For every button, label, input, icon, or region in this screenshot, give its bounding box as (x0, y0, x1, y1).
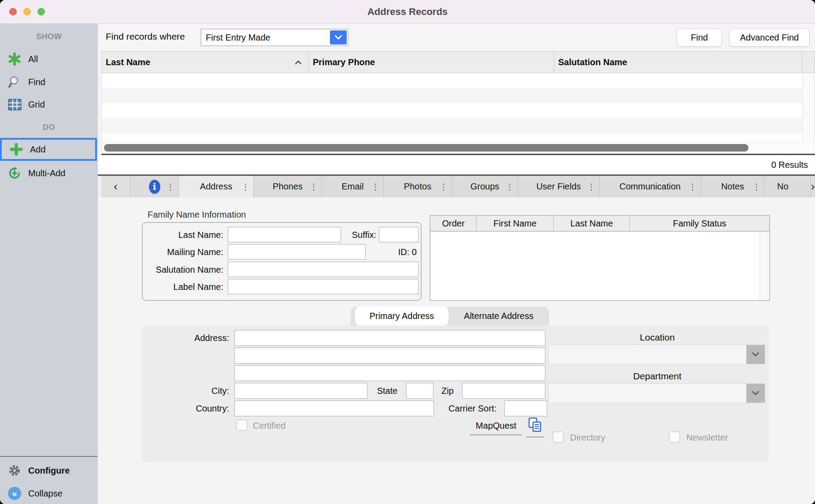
salutation-name-input[interactable] (228, 262, 419, 277)
tab-notes[interactable]: Notes ⋮ (701, 176, 765, 197)
sidebar-divider (0, 456, 98, 457)
tab-overflow-icon[interactable]: ⋮ (506, 182, 514, 192)
dropdown-arrow-button[interactable] (330, 30, 347, 44)
column-header-primary-phone[interactable]: Primary Phone (309, 52, 554, 73)
state-label: State (372, 386, 403, 396)
results-count: 0 Results (771, 160, 808, 170)
family-group-box: Last Name: Suffix: Mailing Name: ID: 0 S… (142, 222, 422, 301)
tab-user-fields[interactable]: User Fields ⋮ (518, 176, 600, 197)
carrier-sort-input[interactable] (504, 400, 547, 416)
directory-label: Directory (570, 433, 605, 443)
sidebar-item-all[interactable]: All (0, 49, 98, 69)
info-icon: i (149, 180, 160, 194)
chevron-right-icon: › (811, 180, 815, 193)
certified-checkbox[interactable] (236, 419, 248, 431)
sidebar-item-label: All (28, 54, 38, 64)
tab-address[interactable]: Address ⋮ (179, 176, 254, 197)
plus-icon (9, 143, 24, 156)
department-dropdown[interactable] (548, 383, 765, 403)
address-line1-input[interactable] (234, 330, 545, 346)
empty-row (102, 73, 802, 88)
tab-overflow-icon[interactable]: ⋮ (587, 182, 595, 192)
tab-no-clipped[interactable]: No (765, 176, 811, 197)
titlebar: Address Records (0, 0, 815, 24)
mapquest-button[interactable]: MapQuest (470, 421, 522, 435)
empty-row (102, 118, 802, 133)
find-field-dropdown[interactable]: First Entry Made (200, 29, 348, 46)
address-tab-panel: Family Name Information Last Name: Suffi… (98, 197, 815, 504)
vertical-scrollbar-track[interactable] (802, 73, 815, 141)
primary-address-tab[interactable]: Primary Address (355, 307, 448, 326)
sort-ascending-icon (294, 60, 302, 65)
state-input[interactable] (406, 383, 433, 399)
horizontal-scrollbar-thumb[interactable] (104, 144, 748, 152)
find-bar: Find records where First Entry Made Find… (98, 24, 815, 51)
gear-icon (7, 464, 22, 477)
tab-communication[interactable]: Communication ⋮ (600, 176, 701, 197)
column-header-salutation-name[interactable]: Salutation Name (554, 52, 802, 73)
tab-overflow-icon[interactable]: ⋮ (440, 182, 448, 192)
city-label: City: (142, 386, 229, 396)
tab-phones[interactable]: Phones ⋮ (254, 176, 322, 197)
location-dropdown[interactable] (548, 345, 765, 364)
horizontal-scrollbar-track[interactable] (101, 141, 815, 154)
family-table-scrollbar-track[interactable] (759, 232, 769, 300)
country-label: Country: (142, 404, 229, 414)
copy-address-button[interactable] (526, 417, 545, 437)
suffix-input[interactable] (379, 227, 419, 242)
address-line2-input[interactable] (234, 348, 545, 363)
alternate-address-tab[interactable]: Alternate Address (448, 307, 549, 326)
results-list-body (101, 73, 815, 141)
family-group-title: Family Name Information (148, 210, 246, 220)
tab-photos[interactable]: Photos ⋮ (384, 176, 452, 197)
tab-scroll-left-button[interactable]: ‹ (101, 176, 130, 197)
tab-info[interactable]: i ⋮ (130, 176, 179, 197)
sidebar-item-collapse[interactable]: « Collapse (0, 484, 98, 503)
tab-overflow-icon[interactable]: ⋮ (752, 182, 760, 192)
advanced-find-button[interactable]: Advanced Find (729, 28, 810, 47)
column-header-last-name[interactable]: Last Name (102, 52, 309, 73)
sidebar-item-multi-add[interactable]: Multi-Add (0, 163, 98, 183)
directory-checkbox[interactable] (552, 431, 564, 443)
sidebar-item-configure[interactable]: Configure (0, 461, 98, 480)
primary-address-panel: Address: City: State Zip Country: Carrie… (142, 326, 769, 462)
suffix-label: Suffix: (337, 230, 376, 240)
last-name-label: Last Name: (143, 230, 223, 240)
close-button[interactable] (9, 8, 17, 15)
sidebar-item-find[interactable]: Find (0, 72, 98, 92)
sidebar-item-label: Find (28, 77, 45, 87)
department-dropdown-button[interactable] (746, 384, 765, 403)
mailing-name-input[interactable] (228, 244, 366, 259)
address-line3-input[interactable] (234, 365, 545, 381)
tab-overflow-icon[interactable]: ⋮ (241, 182, 249, 192)
tab-scroll-right-button[interactable]: › (811, 176, 815, 197)
tab-email[interactable]: Email ⋮ (322, 176, 384, 197)
magnifier-icon (7, 75, 22, 89)
tab-overflow-icon[interactable]: ⋮ (689, 182, 696, 192)
label-name-input[interactable] (228, 279, 419, 294)
tab-groups[interactable]: Groups ⋮ (452, 176, 518, 197)
results-list-header: Last Name Primary Phone Salutation Name (101, 51, 815, 73)
tab-overflow-icon[interactable]: ⋮ (310, 182, 318, 192)
content-area: Find records where First Entry Made Find… (98, 24, 815, 504)
chevron-left-icon: ‹ (114, 180, 118, 193)
tab-bar: ‹ i ⋮ Address ⋮ Phones ⋮ Email ⋮ (98, 174, 815, 197)
zip-input[interactable] (462, 383, 545, 399)
tab-overflow-icon[interactable]: ⋮ (371, 182, 379, 192)
sidebar-item-grid[interactable]: Grid (0, 95, 98, 114)
zoom-button[interactable] (37, 8, 45, 15)
country-input[interactable] (234, 400, 434, 416)
sidebar-item-label: Add (30, 145, 46, 155)
location-dropdown-button[interactable] (746, 345, 765, 364)
city-input[interactable] (234, 383, 367, 399)
family-members-table: Order First Name Last Name Family Status (430, 215, 770, 301)
sidebar-item-label: Multi-Add (28, 168, 65, 178)
minimize-button[interactable] (23, 8, 31, 15)
record-id-value: ID: 0 (381, 247, 417, 257)
tab-overflow-icon[interactable]: ⋮ (167, 182, 174, 192)
family-column-first-name: First Name (477, 216, 554, 231)
sidebar-item-add[interactable]: Add (0, 138, 97, 161)
newsletter-checkbox[interactable] (669, 431, 680, 443)
find-button[interactable]: Find (677, 28, 722, 47)
last-name-input[interactable] (228, 227, 341, 242)
